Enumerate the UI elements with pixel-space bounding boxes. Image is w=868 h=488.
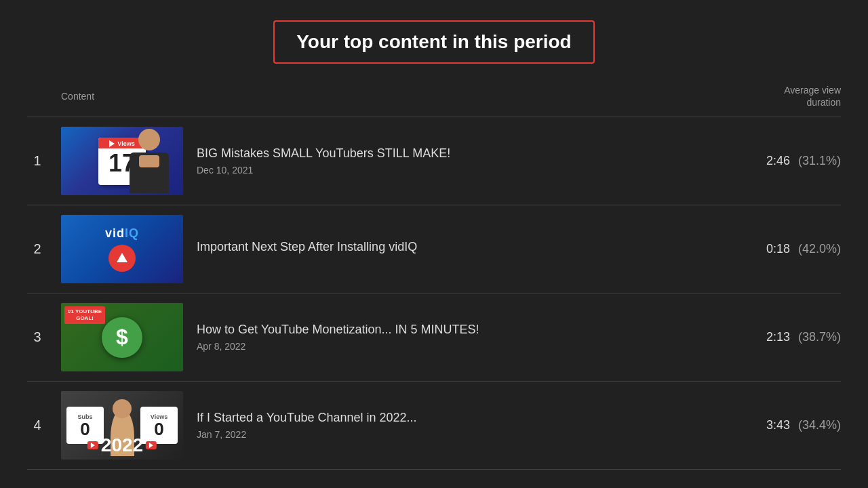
view-percent: (31.1%) xyxy=(798,154,841,168)
year-label: 2022 xyxy=(87,434,157,456)
person-graphic xyxy=(122,127,176,195)
view-duration: 2:46 xyxy=(766,154,790,168)
table-row[interactable]: 3 #1 YOUTUBEGOAL! $ How to Get YouTube M… xyxy=(27,293,841,382)
video-thumbnail: Views 17 xyxy=(61,127,183,195)
table-row[interactable]: 4 Subs 0 Views 0 2022 If I Started a You… xyxy=(27,382,841,470)
video-stats: 3:43 (34.4%) xyxy=(766,418,841,432)
video-thumbnail: Subs 0 Views 0 2022 xyxy=(61,391,183,460)
header-content-label: Content xyxy=(27,91,94,102)
video-thumbnail: #1 YOUTUBEGOAL! $ xyxy=(61,303,183,371)
dollar-sign: $ xyxy=(102,317,142,358)
video-date: Apr 8, 2022 xyxy=(197,341,753,352)
video-title: Important Next Step After Installing vid… xyxy=(197,240,753,254)
view-percent: (34.4%) xyxy=(798,418,841,432)
video-thumbnail: vidIQ xyxy=(61,215,183,283)
video-stats: 0:18 (42.0%) xyxy=(766,242,841,256)
view-duration: 2:13 xyxy=(766,330,790,344)
arrow-icon xyxy=(117,253,127,262)
title-container: Your top content in this period xyxy=(27,20,841,64)
video-date: Jan 7, 2022 xyxy=(197,429,753,440)
video-info: Important Next Step After Installing vid… xyxy=(197,240,753,258)
youtube-logo-icon xyxy=(146,441,157,449)
view-percent: (38.7%) xyxy=(798,330,841,344)
video-title: If I Started a YouTube Channel in 2022..… xyxy=(197,411,753,425)
page-container: Your top content in this period Content … xyxy=(0,0,868,488)
title-box: Your top content in this period xyxy=(273,20,594,64)
page-title: Your top content in this period xyxy=(296,31,571,52)
play-icon xyxy=(109,140,115,147)
video-stats: 2:46 (31.1%) xyxy=(766,154,841,168)
video-stats: 2:13 (38.7%) xyxy=(766,330,841,344)
badge-label: #1 YOUTUBEGOAL! xyxy=(64,306,105,323)
play-button xyxy=(108,245,136,272)
view-duration: 0:18 xyxy=(766,242,790,256)
video-title: BIG Mistakes SMALL YouTubers STILL MAKE! xyxy=(197,146,753,161)
table-header: Content Average viewduration xyxy=(27,84,841,117)
video-title: How to Get YouTube Monetization... IN 5 … xyxy=(197,323,753,337)
rank-number: 1 xyxy=(27,153,47,169)
vidiq-logo: vidIQ xyxy=(105,226,139,241)
video-info: BIG Mistakes SMALL YouTubers STILL MAKE!… xyxy=(197,146,753,176)
rank-number: 3 xyxy=(27,329,47,345)
video-info: How to Get YouTube Monetization... IN 5 … xyxy=(197,323,753,352)
video-info: If I Started a YouTube Channel in 2022..… xyxy=(197,411,753,440)
table-row[interactable]: 1 Views 17 BIG Mistakes SMALL YouTubers xyxy=(27,117,841,205)
rank-number: 4 xyxy=(27,418,47,433)
rank-number: 2 xyxy=(27,241,47,257)
view-percent: (42.0%) xyxy=(798,242,841,256)
youtube-logo-icon xyxy=(87,441,98,449)
video-date: Dec 10, 2021 xyxy=(197,165,753,176)
view-duration: 3:43 xyxy=(766,418,790,432)
table-row[interactable]: 2 vidIQ Important Next Step After Instal… xyxy=(27,205,841,293)
header-duration-label: Average viewduration xyxy=(784,84,841,108)
